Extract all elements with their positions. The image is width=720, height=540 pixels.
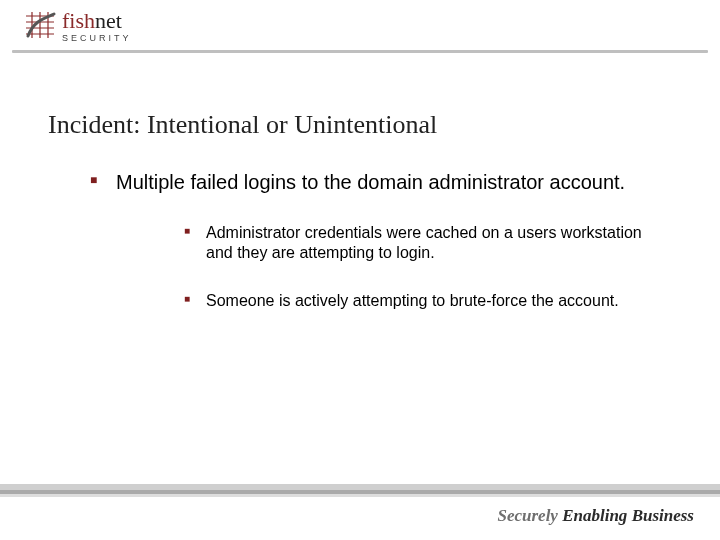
tagline: Securely Enabling Business bbox=[497, 506, 694, 526]
logo-name-pre: fish bbox=[62, 8, 95, 33]
bullet-level1: Multiple failed logins to the domain adm… bbox=[90, 170, 660, 311]
bullet-level2-group: Administrator credentials were cached on… bbox=[184, 223, 660, 311]
slide-title: Incident: Intentional or Unintentional bbox=[48, 110, 437, 140]
header-rule bbox=[12, 50, 708, 53]
footer-band bbox=[0, 484, 720, 500]
logo-subtitle: SECURITY bbox=[62, 34, 132, 43]
logo: fishnet SECURITY bbox=[24, 10, 132, 43]
bullet-level2-text: Someone is actively attempting to brute-… bbox=[206, 292, 619, 309]
tagline-word3: Business bbox=[632, 506, 694, 525]
tagline-word1: Securely bbox=[497, 506, 557, 525]
slide-body: Multiple failed logins to the domain adm… bbox=[90, 170, 660, 339]
bullet-level2: Administrator credentials were cached on… bbox=[184, 223, 660, 263]
slide: fishnet SECURITY Incident: Intentional o… bbox=[0, 0, 720, 540]
bullet-level2: Someone is actively attempting to brute-… bbox=[184, 291, 660, 311]
bullet-level2-text: Administrator credentials were cached on… bbox=[206, 224, 642, 261]
logo-name-post: net bbox=[95, 8, 122, 33]
bullet-level1-text: Multiple failed logins to the domain adm… bbox=[116, 171, 625, 193]
logo-mark-icon bbox=[24, 10, 58, 40]
logo-text: fishnet SECURITY bbox=[62, 10, 132, 43]
logo-name: fishnet bbox=[62, 10, 132, 32]
tagline-word2: Enabling bbox=[562, 506, 627, 525]
